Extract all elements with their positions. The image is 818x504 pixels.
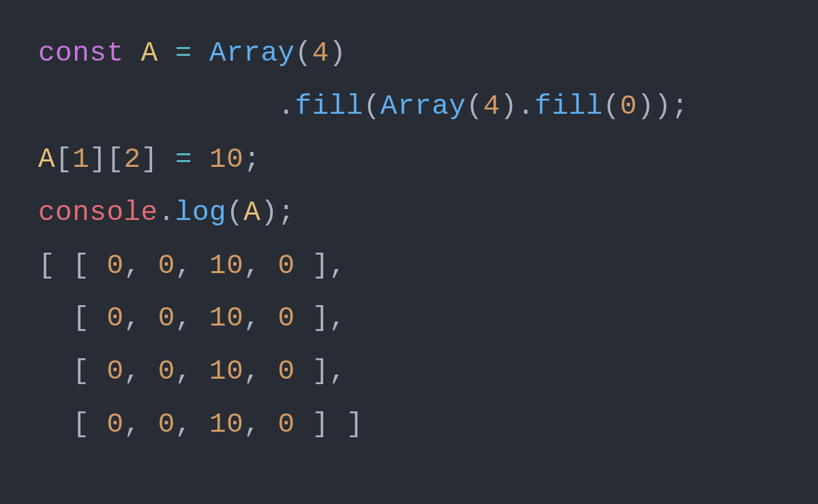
operator-assign: = xyxy=(175,37,192,69)
number-4: 4 xyxy=(312,37,329,69)
function-Array: Array xyxy=(380,91,466,122)
identifier-A: A xyxy=(141,37,158,69)
bracket-open: [ xyxy=(106,144,123,175)
object-console: console xyxy=(38,197,158,228)
semicolon: ; xyxy=(243,144,260,175)
function-log: log xyxy=(175,197,226,228)
output-number: 10 xyxy=(209,409,243,440)
output-number: 0 xyxy=(106,356,123,387)
paren-open: ( xyxy=(226,197,243,228)
code-line-2: .fill(Array(4).fill(0)); xyxy=(38,91,688,122)
paren-close: ) xyxy=(637,91,654,122)
number-1: 1 xyxy=(72,144,89,175)
bracket-close: ] xyxy=(89,144,106,175)
output-bracket: [ xyxy=(38,409,106,440)
paren-open: ( xyxy=(603,91,620,122)
output-number: 0 xyxy=(158,250,175,281)
paren-open: ( xyxy=(363,91,380,122)
output-number: 0 xyxy=(106,250,123,281)
paren-close: ) xyxy=(329,37,346,69)
dot: . xyxy=(158,197,175,228)
function-fill: fill xyxy=(534,91,603,122)
output-number: 0 xyxy=(278,250,295,281)
output-number: 0 xyxy=(106,409,123,440)
paren-open: ( xyxy=(295,37,312,69)
output-line-1: [ 0, 0, 10, 0 ], xyxy=(38,302,346,334)
output-number: 0 xyxy=(278,409,295,440)
output-bracket: ], xyxy=(295,356,346,387)
function-Array: Array xyxy=(209,37,295,69)
output-bracket: ], xyxy=(295,302,346,334)
number-2: 2 xyxy=(124,144,141,175)
output-line-2: [ 0, 0, 10, 0 ], xyxy=(38,356,346,387)
paren-open: ( xyxy=(466,91,483,122)
bracket-close: ] xyxy=(141,144,158,175)
semicolon: ; xyxy=(277,197,294,228)
output-number: 10 xyxy=(209,356,243,387)
output-number: 0 xyxy=(278,302,295,334)
output-number: 10 xyxy=(209,302,243,334)
output-number: 0 xyxy=(158,356,175,387)
output-number: 10 xyxy=(209,250,243,281)
identifier-A: A xyxy=(38,144,55,175)
output-bracket: [ xyxy=(38,356,106,387)
output-line-0: [ [ 0, 0, 10, 0 ], xyxy=(38,250,346,281)
paren-close: ) xyxy=(500,91,517,122)
output-bracket: ] ] xyxy=(295,409,363,440)
output-bracket: [ [ xyxy=(38,250,106,281)
output-number: 0 xyxy=(158,409,175,440)
paren-close: ) xyxy=(260,197,277,228)
code-line-4: console.log(A); xyxy=(38,197,295,228)
code-block: const A = Array(4) .fill(Array(4).fill(0… xyxy=(0,0,818,479)
operator-assign: = xyxy=(175,144,192,175)
output-bracket: [ xyxy=(38,302,106,334)
number-4: 4 xyxy=(483,91,500,122)
paren-close: ) xyxy=(654,91,671,122)
semicolon: ; xyxy=(671,91,688,122)
number-0: 0 xyxy=(620,91,637,122)
output-number: 0 xyxy=(106,302,123,334)
identifier-A: A xyxy=(243,197,260,228)
dot: . xyxy=(277,91,294,122)
output-line-3: [ 0, 0, 10, 0 ] ] xyxy=(38,409,363,440)
bracket-open: [ xyxy=(55,144,72,175)
keyword-const: const xyxy=(38,37,124,69)
code-line-1: const A = Array(4) xyxy=(38,37,346,69)
dot: . xyxy=(517,91,534,122)
number-10: 10 xyxy=(209,144,243,175)
function-fill: fill xyxy=(295,91,363,122)
code-line-3: A[1][2] = 10; xyxy=(38,144,260,175)
output-number: 0 xyxy=(278,356,295,387)
output-number: 0 xyxy=(158,302,175,334)
output-bracket: ], xyxy=(295,250,346,281)
